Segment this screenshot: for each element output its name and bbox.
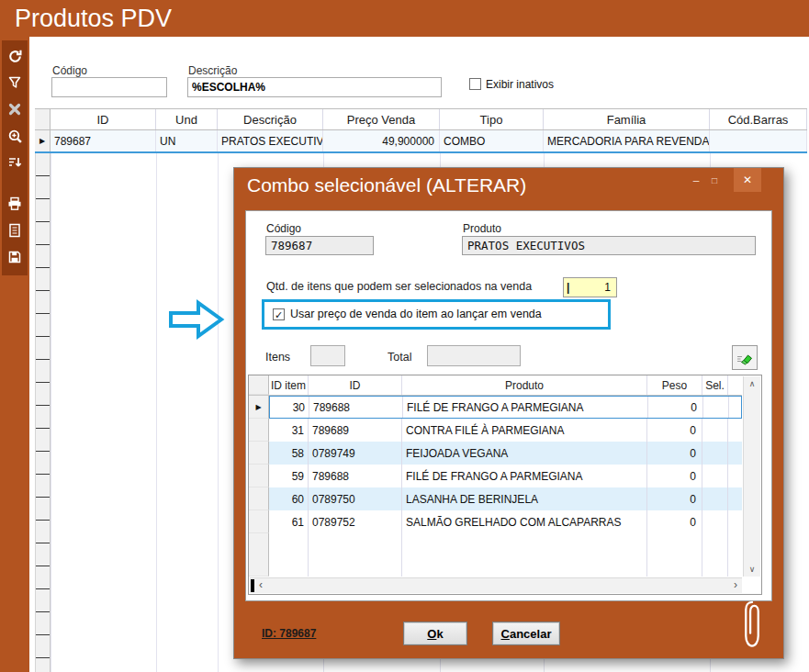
sidebar-rail	[0, 37, 29, 672]
dialog-body: Código 789687 Produto PRATOS EXECUTIVOS …	[245, 210, 772, 601]
grid-col-preco[interactable]: Preço Venda	[323, 109, 440, 129]
cell-peso: 0	[647, 419, 702, 442]
print-button[interactable]	[3, 192, 27, 216]
empty-row-tick	[36, 543, 50, 566]
row-cells: 59789688FILÉ DE FRANGO A PARMEGIANA0	[269, 465, 742, 487]
cell-id: 789689	[309, 419, 402, 442]
row-cells: 30789688FILÉ DE FRANGO A PARMEGIANA0	[269, 396, 742, 419]
items-col-id[interactable]: ID	[309, 375, 402, 395]
scroll-left-icon[interactable]: ‹	[259, 578, 263, 592]
cell-peso: 0	[647, 465, 702, 487]
descricao-filter-input[interactable]	[187, 77, 442, 97]
cell-sel	[702, 487, 728, 510]
empty-row-tick	[36, 383, 50, 406]
combo-item-row[interactable]: 59789688FILÉ DE FRANGO A PARMEGIANA0	[249, 465, 742, 487]
combo-items-table: ID item ID Produto Peso Sel. ▶30789688FI…	[248, 375, 762, 595]
empty-row-tick	[36, 222, 50, 245]
items-col-produto[interactable]: Produto	[402, 375, 647, 395]
empty-row-tick	[36, 589, 50, 612]
filter-button[interactable]	[3, 71, 27, 95]
zoom-button[interactable]	[3, 124, 27, 148]
report-button[interactable]	[3, 218, 27, 242]
attachment-button[interactable]	[739, 599, 765, 653]
cell-id-item: 59	[269, 465, 309, 487]
print-icon	[7, 196, 22, 211]
scroll-down-icon[interactable]: ∨	[744, 565, 760, 574]
codigo-filter-label: Código	[52, 64, 87, 77]
cell-id: 0789750	[309, 487, 402, 510]
cell-id-item: 31	[269, 419, 309, 442]
grid-header: ID Und Descrição Preço Venda Tipo Famíli…	[35, 108, 807, 130]
scroll-up-icon[interactable]: ∧	[744, 379, 760, 388]
clear-filter-button[interactable]	[3, 97, 27, 121]
record-id-link[interactable]: ID: 789687	[262, 627, 316, 640]
itens-field	[310, 345, 345, 366]
combo-items-table-body: ID item ID Produto Peso Sel. ▶30789688FI…	[249, 375, 742, 577]
grid-col-familia[interactable]: Família	[544, 109, 710, 129]
grid-col-descricao[interactable]: Descrição	[218, 109, 323, 129]
combo-item-row[interactable]: 31789689CONTRA FILÉ À PARMEGIANA0	[249, 419, 742, 442]
maximize-button[interactable]: □	[706, 174, 723, 190]
codigo-filter-input[interactable]	[51, 77, 167, 97]
empty-cell	[728, 533, 742, 577]
combo-item-row[interactable]: ▶30789688FILÉ DE FRANGO A PARMEGIANA0	[249, 396, 742, 419]
sort-button[interactable]	[3, 151, 27, 174]
cell-id-item: 30	[270, 397, 309, 418]
items-col-peso[interactable]: Peso	[647, 375, 702, 395]
combo-item-row[interactable]: 600789750LASANHA DE BERINJELA0	[249, 487, 742, 510]
refresh-button[interactable]	[3, 44, 27, 68]
empty-row-tick	[36, 658, 50, 672]
cell-id: 789688	[309, 465, 402, 487]
combo-item-row[interactable]: 580789749FEIJOADA VEGANA0	[249, 442, 742, 465]
produto-label: Produto	[463, 222, 501, 235]
items-col-id-item[interactable]: ID item	[269, 375, 309, 395]
items-vertical-scrollbar[interactable]: ∧ ∨	[743, 376, 760, 577]
cell-id-item: 58	[269, 442, 309, 465]
exibir-inativos-label: Exibir inativos	[486, 78, 554, 91]
save-button[interactable]	[3, 245, 27, 269]
empty-cell	[309, 533, 402, 577]
empty-row-tick	[36, 612, 50, 635]
row-indicator: ▶	[249, 396, 269, 419]
cancel-button[interactable]: Cancelar	[492, 622, 560, 645]
cell-extra	[728, 487, 742, 510]
cell-produto: FEIJOADA VEGANA	[402, 442, 647, 465]
cell-extra	[729, 397, 741, 418]
row-marker: ▶	[35, 130, 51, 151]
scroll-right-icon[interactable]: ›	[734, 578, 737, 592]
items-col-sel[interactable]: Sel.	[702, 375, 728, 395]
grid-col-tipo[interactable]: Tipo	[440, 109, 544, 129]
cell-produto: FILÉ DE FRANGO A PARMEGIANA	[402, 465, 647, 487]
text-cursor: |	[567, 278, 569, 297]
grid-header-gutter	[35, 109, 51, 129]
combo-item-row[interactable]: 610789752SALMÃO GRELHADO COM ALCAPARRAS0	[249, 510, 742, 533]
exibir-inativos-checkbox[interactable]	[469, 78, 481, 90]
empty-rows-area	[249, 533, 742, 577]
close-button[interactable]: ✕	[734, 168, 761, 192]
items-header-gutter	[249, 375, 269, 395]
save-icon	[7, 250, 22, 264]
items-horizontal-scrollbar[interactable]: ‹ ›	[250, 577, 742, 593]
empty-row-tick	[36, 475, 50, 498]
empty-cell	[647, 533, 702, 577]
produto-field: PRATOS EXECUTIVOS	[462, 236, 756, 255]
ok-button[interactable]: Ok	[403, 622, 467, 645]
clear-selection-button[interactable]	[732, 345, 758, 370]
grid-col-und[interactable]: Und	[156, 109, 218, 129]
total-label: Total	[388, 351, 411, 364]
page-title: Produtos PDV	[15, 2, 172, 35]
codigo-field: 789687	[265, 236, 374, 255]
table-row[interactable]: ▶ 789687 UN PRATOS EXECUTIVOS 49,900000 …	[35, 130, 807, 153]
cell-sel	[702, 419, 728, 442]
dialog-title: Combo selecionável (ALTERAR)	[247, 174, 526, 196]
grid-col-codbarras[interactable]: Cód.Barras	[710, 109, 807, 129]
usar-preco-checkbox[interactable]: ✓	[273, 308, 285, 320]
cell-sel	[702, 465, 728, 487]
grid-col-id[interactable]: ID	[51, 109, 156, 129]
qtd-input[interactable]: | 1	[563, 277, 617, 297]
cell-produto: LASANHA DE BERINJELA	[402, 487, 647, 510]
empty-row-tick	[36, 337, 50, 360]
filter-icon	[7, 75, 22, 90]
minimize-button[interactable]: –	[688, 174, 704, 190]
grid-gutter	[35, 153, 51, 672]
